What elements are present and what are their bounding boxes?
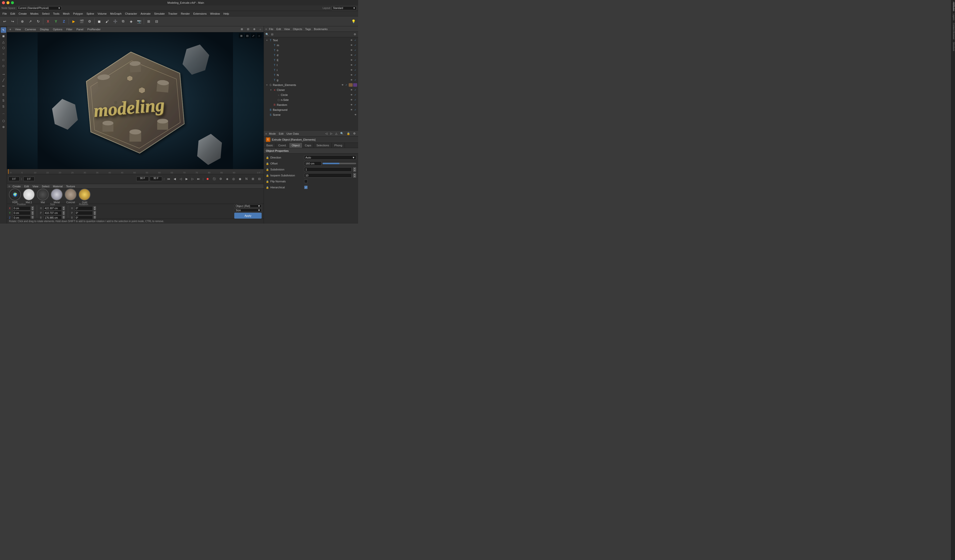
isoparm-value[interactable]: 10 [304,173,352,178]
menu-edit[interactable]: Edit [9,12,17,16]
menu-mograph[interactable]: MoGraph [109,12,123,16]
viewport-menu-view[interactable]: View [14,27,22,31]
re-eye-badge[interactable]: 👁 [341,83,344,87]
scene-eye-badge[interactable]: 👁 [354,113,357,117]
smooth-tool[interactable]: S [1,98,6,103]
attr-tab-phong[interactable]: Phong [332,143,345,148]
menu-modes[interactable]: Modes [29,12,40,16]
camera-tool[interactable]: 📷 [135,18,143,25]
menu-polygon[interactable]: Polygon [72,12,85,16]
attr-tab-coord[interactable]: Coord. [276,143,289,148]
px-down[interactable]: ▼ [31,208,34,210]
text-eye-badge[interactable]: 👁 [350,39,353,42]
viewport-menu-display[interactable]: Display [39,27,50,31]
attr-settings[interactable]: ⚙ [352,131,357,136]
menu-create[interactable]: Create [17,12,28,16]
om-bookmarks[interactable]: Bookmarks [313,27,329,31]
rotate-tool[interactable]: ↻ [34,18,42,25]
material-concrete[interactable]: Concret [65,189,77,204]
menu-tracker[interactable]: Tracker [167,12,179,16]
size-h-input[interactable]: 422.307 cm [44,206,62,211]
prev-frame-button[interactable]: ◀ [172,176,177,182]
menu-animate[interactable]: Animate [139,12,152,16]
cloner-check-badge[interactable]: ✓ [354,88,357,92]
render-settings[interactable]: ⚙ [86,18,93,25]
N-check-badge[interactable]: ✓ [354,73,357,77]
direction-value[interactable]: Auto ▼ [304,155,356,160]
menu-volume[interactable]: Volume [96,12,108,16]
menu-tools[interactable]: Tools [52,12,61,16]
rotation-p-input[interactable]: 0° [75,211,93,215]
viewport-menu-options[interactable]: Options [52,27,63,31]
iso-down[interactable]: ▼ [353,175,356,178]
subdivision-value[interactable]: 1 [304,167,352,172]
timeline-extra-2[interactable]: ⊟ [257,176,262,182]
viewport-menu-panel[interactable]: Panel [75,27,84,31]
d-eye-badge[interactable]: 👁 [350,53,353,57]
om-search[interactable]: 🔍 [265,32,269,37]
iso-up[interactable]: ▲ [353,173,356,175]
offset-bar[interactable] [323,163,356,164]
l-eye-badge[interactable]: 👁 [350,63,353,67]
om-settings[interactable]: ⚙ [353,32,357,37]
viewport-layout[interactable]: ⊟ [245,33,250,38]
px-up[interactable]: ▲ [31,206,34,208]
rp-up[interactable]: ▲ [94,211,96,213]
hierarchical-checkbox[interactable]: ✓ [304,186,308,189]
object-tool[interactable]: ○ [1,51,6,57]
select-tool[interactable]: ↖ [1,27,6,33]
nside-check-badge[interactable]: ✓ [354,98,357,101]
material-mat[interactable]: Mat [37,189,49,204]
sphere-tool[interactable]: ◇ [1,63,6,69]
snap-tool[interactable]: ⊞ [145,18,152,25]
cube-tool[interactable]: ◼ [96,18,103,25]
redo-button[interactable]: ↪ [9,18,16,25]
apply-button[interactable]: Apply [234,213,261,218]
weight-tool[interactable]: ⊕ [1,124,6,130]
bg-check-badge[interactable]: ✓ [354,108,357,112]
om-filter[interactable]: ⊟ [270,32,274,37]
attr-tab-caps[interactable]: Caps [302,143,314,148]
sub-down[interactable]: ▼ [353,170,356,172]
re-mat-badge[interactable] [349,83,353,87]
motion-clip[interactable]: ◈ [224,176,230,182]
clone-tool[interactable]: ⧉ [119,18,127,25]
text-check-badge[interactable]: ✓ [354,39,357,42]
viewport-zoom-in[interactable]: ⊕ [252,27,257,31]
add-tool[interactable]: ➕ [111,18,119,25]
pose-morph[interactable]: ◎ [231,176,236,182]
tree-item-i[interactable]: T i 👁 ✓ [264,67,358,73]
tree-item-m[interactable]: T m 👁 ✓ [264,43,358,48]
attr-nav-up[interactable]: △ [334,131,338,136]
om-edit[interactable]: Edit [275,27,282,31]
current-frame-input[interactable] [8,177,20,181]
minimize-button[interactable] [6,1,9,4]
material-hdr[interactable]: 🌍 HDR [9,189,21,204]
play-reverse-button[interactable]: ◁ [178,176,183,182]
viewport-perspective[interactable]: ⊞ [239,33,244,38]
nside-eye-badge[interactable]: 👁 [350,98,353,101]
tree-item-l[interactable]: T l 👁 ✓ [264,62,358,67]
attr-edit[interactable]: Edit [278,132,285,136]
g-eye-badge[interactable]: 👁 [350,78,353,82]
sp-up[interactable]: ▲ [63,211,65,213]
attr-nav-back[interactable]: ◁ [324,131,328,136]
tree-item-N[interactable]: T N 👁 ✓ [264,73,358,78]
tree-arrow-cloner[interactable]: ▾ [269,89,272,91]
rh-down[interactable]: ▼ [94,208,96,210]
viewport-settings[interactable]: ○ [257,33,261,38]
close-button[interactable] [2,1,5,4]
viewport-fit-select[interactable]: ⊟ [246,27,250,31]
box-tool[interactable]: □ [1,57,6,62]
menu-window[interactable]: Window [209,12,221,16]
direction-lock[interactable]: 🔒 [266,156,269,159]
tree-item-background[interactable]: B Background 👁 ✓ [264,107,358,112]
tree-item-cloner[interactable]: ▾ ✕ Cloner 👁 ✓ [264,87,358,92]
auto-key-button[interactable]: ⚫ [211,176,217,182]
attr-search[interactable]: 🔍 [339,131,345,136]
timeline-extra-1[interactable]: ⊞ [250,176,256,182]
viewport-menu-filter[interactable]: Filter [66,27,74,31]
sub-up[interactable]: ▲ [353,167,356,170]
x-axis[interactable]: X [44,18,52,25]
tree-item-E[interactable]: T E 👁 ✓ [264,58,358,62]
